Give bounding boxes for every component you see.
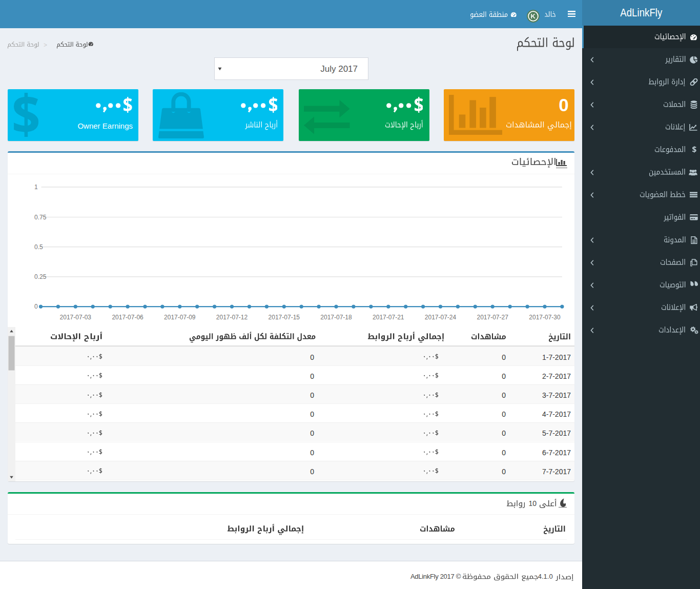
svg-text:2017-07-18: 2017-07-18: [320, 314, 352, 321]
svg-text:2017-07-03: 2017-07-03: [60, 314, 92, 321]
svg-text:2017-07-15: 2017-07-15: [269, 314, 300, 321]
svg-text:0.25: 0.25: [34, 273, 47, 280]
svg-text:2017-07-24: 2017-07-24: [425, 314, 457, 321]
svg-text:2017-07-30: 2017-07-30: [529, 314, 561, 321]
svg-text:0: 0: [34, 303, 38, 310]
svg-text:2017-07-21: 2017-07-21: [373, 314, 404, 321]
svg-text:0.75: 0.75: [34, 214, 47, 221]
svg-text:2017-07-09: 2017-07-09: [164, 314, 196, 321]
svg-text:2017-07-06: 2017-07-06: [112, 314, 143, 321]
svg-text:2017-07-12: 2017-07-12: [216, 314, 248, 321]
svg-text:2017-07-27: 2017-07-27: [477, 314, 509, 321]
svg-text:0.5: 0.5: [34, 243, 43, 251]
svg-text:1: 1: [34, 184, 38, 191]
